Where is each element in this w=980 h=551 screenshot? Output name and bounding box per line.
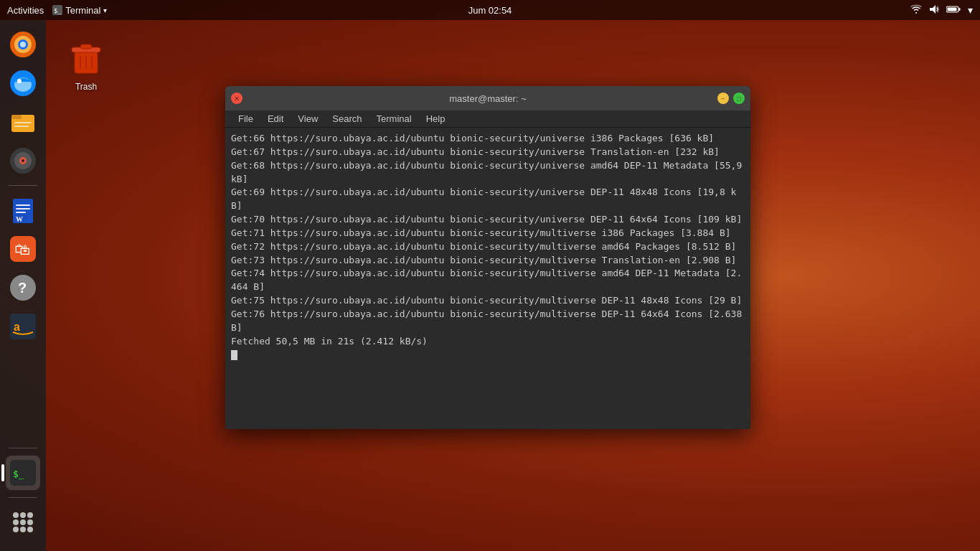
terminal-menu-chevron: ▾ xyxy=(103,6,107,14)
window-maximize-button[interactable]: □ xyxy=(733,93,745,104)
terminal-menu-help[interactable]: Help xyxy=(419,112,453,126)
trash-icon xyxy=(69,39,103,79)
terminal-menu-icon: $_ xyxy=(52,5,62,15)
sidebar-icon-terminal[interactable]: $_ xyxy=(6,456,40,490)
svg-point-39 xyxy=(27,519,33,525)
terminal-menu-file[interactable]: File xyxy=(231,112,260,126)
svg-text:W: W xyxy=(16,215,23,223)
sidebar-icon-files[interactable] xyxy=(6,105,40,139)
sidebar-divider-1 xyxy=(9,185,37,186)
svg-point-20 xyxy=(22,159,24,162)
sidebar-bottom: $_ xyxy=(6,445,40,540)
svg-point-35 xyxy=(20,512,26,518)
terminal-menu-search[interactable]: Search xyxy=(325,112,369,126)
terminal-menu-view[interactable]: View xyxy=(291,112,325,126)
svg-rect-23 xyxy=(16,208,30,209)
volume-icon[interactable] xyxy=(929,4,939,17)
svg-point-9 xyxy=(20,42,26,47)
sidebar-icon-writer[interactable]: W xyxy=(6,193,40,227)
svg-rect-14 xyxy=(11,115,22,119)
svg-point-41 xyxy=(20,527,26,532)
terminal-menu-button[interactable]: $_ Terminal ▾ xyxy=(52,5,107,16)
svg-text:$_: $_ xyxy=(54,7,62,14)
svg-rect-5 xyxy=(948,7,957,11)
svg-rect-16 xyxy=(14,126,29,127)
sidebar-icon-amazon[interactable]: a xyxy=(6,309,40,344)
wifi-icon[interactable] xyxy=(910,4,922,17)
sidebar: W 🛍 ? a $_ xyxy=(0,20,46,551)
svg-point-37 xyxy=(13,519,19,525)
terminal-window: ✕ − □ master@master: ~ File Edit View Se… xyxy=(225,86,750,429)
desktop-icons-area: Trash xyxy=(57,34,115,96)
svg-rect-22 xyxy=(16,204,30,206)
svg-point-42 xyxy=(27,527,33,532)
svg-rect-4 xyxy=(959,8,961,11)
sidebar-icon-rhythmbox[interactable] xyxy=(6,143,40,178)
terminal-window-title: master@master: ~ xyxy=(449,93,526,104)
trash-desktop-icon[interactable]: Trash xyxy=(57,34,115,96)
terminal-titlebar: ✕ − □ master@master: ~ xyxy=(225,86,750,110)
topbar-clock: Jum 02:54 xyxy=(468,5,512,16)
sidebar-divider-3 xyxy=(9,497,37,498)
trash-label: Trash xyxy=(75,82,97,92)
terminal-menu-label: Terminal xyxy=(65,5,100,16)
sidebar-icon-software[interactable]: 🛍 xyxy=(6,232,40,266)
terminal-cursor xyxy=(231,350,237,360)
terminal-output[interactable]: Get:66 https://suro.ubaya.ac.id/ubuntu b… xyxy=(225,128,750,429)
svg-point-38 xyxy=(20,519,26,525)
svg-text:?: ? xyxy=(18,280,27,296)
terminal-menubar: File Edit View Search Terminal Help xyxy=(225,110,750,128)
svg-marker-2 xyxy=(930,5,936,14)
svg-text:$_: $_ xyxy=(13,468,24,479)
svg-point-40 xyxy=(13,527,19,532)
sidebar-icon-thunderbird[interactable] xyxy=(6,66,40,100)
sidebar-icon-firefox[interactable] xyxy=(6,27,40,62)
terminal-menu-edit[interactable]: Edit xyxy=(260,112,291,126)
svg-rect-24 xyxy=(16,212,26,213)
topbar-system-icons: ▾ xyxy=(910,4,973,17)
system-menu-icon[interactable]: ▾ xyxy=(968,4,973,16)
svg-text:🛍: 🛍 xyxy=(14,240,30,258)
window-minimize-button[interactable]: − xyxy=(717,93,729,104)
activities-button[interactable]: Activities xyxy=(7,5,44,16)
svg-text:a: a xyxy=(14,321,20,333)
sidebar-divider-2 xyxy=(9,448,37,448)
sidebar-icon-help[interactable]: ? xyxy=(6,270,40,305)
show-applications-button[interactable] xyxy=(6,505,40,540)
topbar: Activities $_ Terminal ▾ Jum 02:54 xyxy=(0,0,980,20)
svg-point-34 xyxy=(13,512,19,518)
battery-icon[interactable] xyxy=(946,4,961,17)
window-close-button[interactable]: ✕ xyxy=(231,93,242,104)
svg-rect-45 xyxy=(80,44,92,49)
svg-point-36 xyxy=(27,512,33,518)
svg-point-12 xyxy=(17,79,22,83)
svg-rect-15 xyxy=(14,122,32,123)
terminal-menu-terminal[interactable]: Terminal xyxy=(369,112,419,126)
